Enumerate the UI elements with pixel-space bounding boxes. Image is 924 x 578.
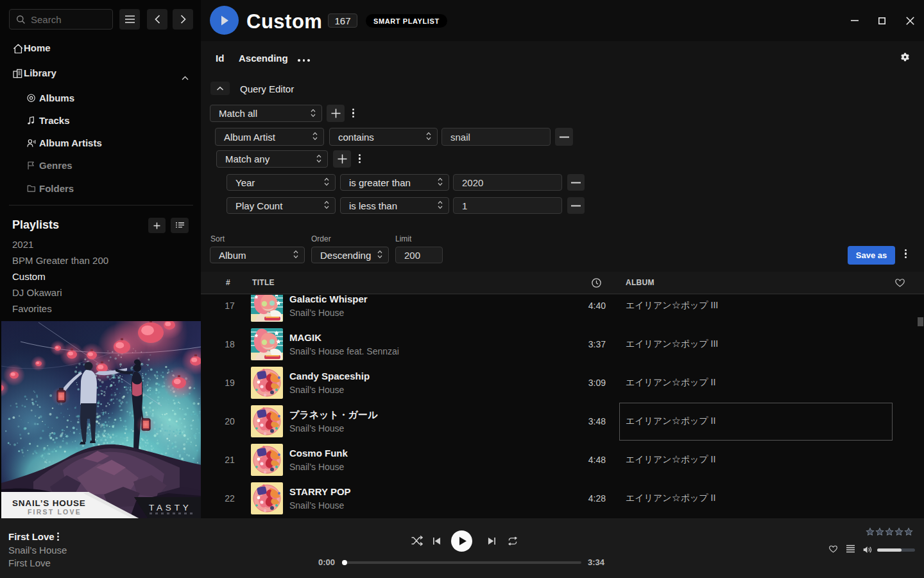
svg-text:TASTY: TASTY bbox=[149, 503, 192, 512]
svg-text:FIRST LOVE: FIRST LOVE bbox=[28, 508, 81, 516]
svg-text:SNAIL’S HOUSE: SNAIL’S HOUSE bbox=[12, 498, 86, 508]
